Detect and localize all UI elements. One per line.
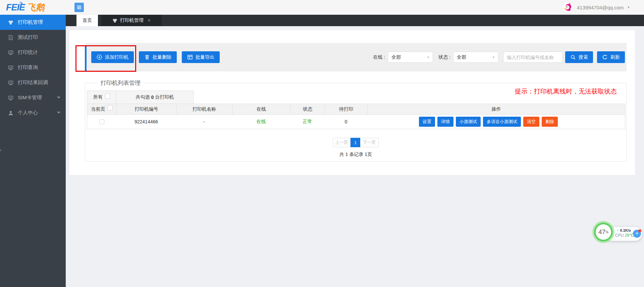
printer-pending-count: 0 [325,115,367,129]
sidebar-toggle-button[interactable] [74,3,84,12]
selected-count: 0 [151,95,154,100]
sidebar-item-label: SIM卡管理 [18,95,42,101]
file-icon [8,35,13,40]
summary-text: 共勾选 [136,94,150,100]
column-header: 打印机名称 [176,104,232,114]
sidebar-item-print-query[interactable]: 打印查询 [0,60,66,75]
add-printer-button[interactable]: 添加打印机 [91,51,134,63]
header: FEIE 飞鹅 413994704@qq.com [0,0,644,15]
next-page-button[interactable]: 下一页 [360,138,379,147]
sidebar-collapse-handle[interactable]: › [0,148,2,152]
button-label: 批量删除 [153,54,171,60]
refresh-icon [602,54,608,60]
cpu-line: CPU 29℃ [615,233,633,238]
record-summary: 共 1 条记录 1页 [85,152,626,158]
pagination: 上一页 1 下一页 [85,138,626,147]
batch-delete-button[interactable]: 批量删除 [139,51,177,63]
column-header: 打印机编号 [116,104,176,114]
sidebar-item-label: 个人中心 [18,110,38,116]
table-row: 922414466 - 在线 正常 0 设置 详情 小票测试 多语言小票测试 清… [87,115,625,129]
cogs-icon [112,18,117,23]
column-header: 状态 [290,104,325,114]
sidebar-item-label: 打印统计 [18,49,38,56]
cpu-label: CPU [615,233,624,238]
avatar [562,2,574,13]
receipt-test-button[interactable]: 小票测试 [456,117,481,127]
logo-text-cn: 飞鹅 [27,2,44,13]
accelerate-button[interactable]: + [633,230,641,238]
tab-printer-management[interactable]: 打印机管理 × [101,15,162,26]
toolbar-button-group: 添加打印机 批量删除 批量导出 [91,51,220,63]
plus-circle-icon [97,54,102,60]
memory-usage-ball[interactable]: 47% [594,223,613,241]
current-page-button[interactable]: 1 [351,138,360,147]
printer-status: 正常 [290,115,325,129]
cpu-temp-value: 29℃ [625,233,634,238]
brand-logo[interactable]: FEIE 飞鹅 [6,1,44,13]
button-label: 批量导出 [196,54,214,60]
upload-arrow-icon: ↑ [617,228,619,232]
column-header: 当前页 [91,106,105,112]
sidebar-item-sim-management[interactable]: SIM卡管理 [0,90,66,105]
clear-button[interactable]: 清空 [523,117,539,127]
table-header-row: 当前页 打印机编号 打印机名称 在线 状态 待打印 操作 [87,104,625,115]
table-export-icon [187,54,193,60]
monitor-stats: ↑0.1K/s CPU 29℃ [615,228,633,238]
tab-label: 打印机管理 [120,17,144,23]
printer-online-status: 在线 [232,115,290,129]
online-filter-select[interactable]: 全部 ▼ [388,52,433,63]
net-speed-line: ↑0.1K/s [615,228,633,232]
row-checkbox-cell [87,115,116,129]
sidebar-item-label: 打印查询 [18,64,38,71]
printer-sn: 922414466 [116,115,176,129]
button-label: 刷新 [610,54,620,60]
net-speed-value: 0.1K/s [620,228,631,232]
search-button[interactable]: 搜索 [565,51,593,63]
tab-home[interactable]: 首页 [76,15,98,26]
filter-group: 在线 : 全部 ▼ 状态 : 全部 ▼ [373,51,625,63]
column-header: 操作 [367,104,625,114]
close-icon[interactable]: × [148,17,151,23]
button-label: 添加打印机 [105,54,128,60]
user-menu[interactable]: 413994704@qq.com ▼ [562,0,630,15]
system-monitor-widget: ↑0.1K/s CPU 29℃ + 47% [594,223,643,243]
select-value: 全部 [391,54,401,60]
content-panel: 添加打印机 批量删除 批量导出 [69,30,635,175]
settings-button[interactable]: 设置 [419,117,435,127]
current-page-header-cell: 当前页 [87,104,116,114]
batch-export-button[interactable]: 批量导出 [182,51,220,63]
select-all-cell: 所有 [87,91,116,104]
search-icon [570,54,576,60]
monitor-icon [8,80,13,85]
section-title: 打印机列表管理 [97,79,144,87]
status-filter-select[interactable]: 全部 ▼ [453,52,498,63]
chevron-down-icon: ▼ [427,56,430,59]
prev-page-button[interactable]: 上一页 [333,138,351,147]
memory-percent-value: 47 [598,228,605,236]
sidebar-item-personal-center[interactable]: 个人中心 [0,105,66,120]
chevron-down-icon [57,97,60,99]
select-all-label: 所有 [93,94,103,100]
select-value: 全部 [457,54,466,60]
sidebar-item-printer-management[interactable]: 打印机管理 [0,15,66,30]
row-checkbox[interactable] [99,119,104,124]
monitor-icon [8,95,13,101]
button-label: 搜索 [579,54,588,60]
toolbar-accent-bar [85,46,87,71]
refresh-button[interactable]: 刷新 [597,51,625,63]
monitor-icon [8,50,13,55]
select-page-checkbox[interactable] [108,105,113,110]
search-input[interactable] [503,52,563,63]
select-all-checkbox[interactable] [105,94,110,99]
tab-bar: 首页 打印机管理 × [66,15,644,26]
sidebar-item-print-statistics[interactable]: 打印统计 [0,45,66,60]
column-header: 在线 [232,104,290,114]
sidebar-item-test-print[interactable]: 测试打印 [0,30,66,45]
details-button[interactable]: 详情 [437,117,453,127]
sidebar-item-print-callback[interactable]: 打印结果回调 [0,75,66,90]
multilang-receipt-test-button[interactable]: 多语言小票测试 [483,117,521,127]
sidebar-item-label: 测试打印 [18,34,38,41]
delete-button[interactable]: 删除 [542,117,558,127]
hamburger-icon [77,5,82,9]
row-actions: 设置 详情 小票测试 多语言小票测试 清空 删除 [367,115,625,129]
